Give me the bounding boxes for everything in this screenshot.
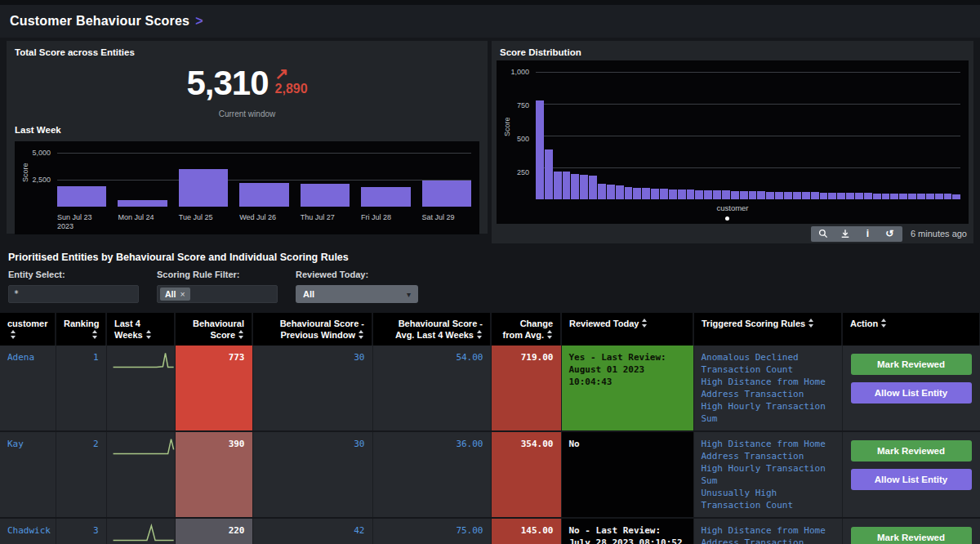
y-tick: 750	[497, 101, 529, 109]
bar	[239, 183, 288, 207]
bar	[179, 169, 228, 207]
magnifier-icon[interactable]	[818, 229, 829, 239]
section-title: Prioritised Entities by Behavioural Scor…	[0, 243, 980, 265]
column-header-change-from-avg[interactable]: Change from Avg.	[491, 313, 561, 346]
bar	[731, 191, 739, 199]
bar	[571, 174, 579, 199]
customer-link[interactable]: Kay	[0, 431, 56, 518]
x-tick: Fri Jul 28	[361, 213, 410, 231]
sort-icon	[92, 330, 98, 339]
scoring-rule-filter-input[interactable]: All ×	[157, 285, 278, 303]
ranking-cell: 2	[56, 431, 106, 518]
rule-link[interactable]: High Distance from Home Address Transact…	[702, 438, 835, 462]
change-from-avg-cell: 145.00	[491, 518, 561, 544]
triggered-rules-cell: Anomalous Declined Transaction Count Hig…	[693, 346, 842, 431]
column-header-ranking[interactable]: Ranking	[56, 313, 106, 346]
table-row: Adena 1 773 30 54.00 719.00 Yes - Last R…	[0, 346, 980, 431]
download-icon[interactable]	[840, 229, 851, 239]
sparkline	[112, 437, 176, 457]
reviewed-today-select[interactable]: All ▾	[296, 285, 418, 303]
bar	[704, 190, 712, 199]
bar	[563, 172, 571, 199]
rule-link[interactable]: Unusually High Transaction Count	[702, 487, 835, 511]
info-icon[interactable]: i	[862, 229, 873, 239]
bar	[695, 190, 703, 199]
mark-reviewed-button[interactable]: Mark Reviewed	[851, 440, 972, 462]
allow-list-entity-button[interactable]: Allow List Entity	[851, 382, 972, 404]
behavioural-score-cell: 773	[175, 346, 252, 431]
bar	[890, 194, 898, 199]
panel-score-distribution: Score Distribution Score 1,000 750 500 2…	[492, 41, 973, 243]
bar	[669, 190, 677, 199]
sort-icon	[146, 330, 152, 339]
y-tick: 2,500	[18, 176, 51, 184]
y-tick: 500	[497, 135, 529, 143]
bar	[802, 192, 810, 199]
previous-window-cell: 42	[252, 518, 372, 544]
column-header-customer[interactable]: customer	[0, 313, 56, 346]
customer-link[interactable]: Adena	[0, 346, 56, 431]
panel-title-score-distribution: Score Distribution	[492, 41, 973, 60]
bar	[598, 184, 606, 199]
rule-link[interactable]: High Hourly Transaction Sum	[702, 462, 835, 487]
bar	[633, 188, 641, 199]
bar	[545, 149, 553, 199]
bar	[926, 194, 934, 199]
column-header-avg-last4weeks[interactable]: Behavioural Score - Avg. Last 4 Weeks	[372, 313, 491, 346]
entity-select-value: *	[14, 289, 19, 298]
remove-chip-icon[interactable]: ×	[180, 289, 185, 299]
select-value: All	[303, 289, 314, 299]
panel-title-last-week: Last Week	[7, 118, 488, 138]
y-tick: 1,000	[497, 68, 529, 76]
chevron-right-icon[interactable]: >	[195, 14, 203, 29]
allow-list-entity-button[interactable]: Allow List Entity	[851, 469, 972, 490]
column-header-previous-window[interactable]: Behavioural Score - Previous Window	[252, 313, 372, 346]
x-axis-label: customer	[716, 203, 748, 212]
column-header-reviewed-today[interactable]: Reviewed Today	[561, 313, 693, 346]
sparkline	[112, 524, 176, 543]
panel-title-total-score: Total Score across Entities	[7, 41, 488, 60]
single-value-caption: Current window	[7, 109, 488, 118]
dashboard-panels: Total Score across Entities 5,310 ↗ 2,89…	[0, 38, 980, 243]
column-header-behavioural-score[interactable]: Behavioural Score	[175, 313, 252, 346]
filter-chip[interactable]: All ×	[160, 288, 190, 301]
column-header-triggered-rules[interactable]: Triggered Scoring Rules	[693, 313, 842, 346]
mark-reviewed-button[interactable]: Mark Reviewed	[851, 354, 972, 375]
change-from-avg-cell: 354.00	[491, 431, 561, 518]
bar	[917, 194, 925, 199]
rule-link[interactable]: Anomalous Declined Transaction Count	[702, 351, 835, 376]
mark-reviewed-button[interactable]: Mark Reviewed	[851, 527, 972, 544]
table-header-row: customer Ranking Last 4 Weeks Behavioura…	[0, 313, 980, 346]
bar	[422, 181, 471, 207]
filter-bar: Entity Select: * Scoring Rule Filter: Al…	[0, 265, 980, 311]
bar	[766, 192, 774, 199]
column-header-last4weeks[interactable]: Last 4 Weeks	[106, 313, 175, 346]
avg-last4weeks-cell: 54.00	[372, 346, 491, 431]
filter-label: Scoring Rule Filter:	[157, 270, 278, 279]
entity-select-input[interactable]: *	[8, 285, 139, 303]
pagination-dot[interactable]	[725, 216, 729, 221]
reviewed-today-cell: Yes - Last Review: August 01 2023 10:04:…	[561, 346, 693, 431]
rule-link[interactable]: High Distance from Home Address Transact…	[702, 376, 835, 400]
x-tick: Mon Jul 24	[118, 213, 167, 231]
bar	[589, 176, 597, 199]
single-value-viz: 5,310 ↗ 2,890	[7, 65, 488, 108]
bar	[740, 191, 748, 199]
trend-up-icon: ↗	[275, 65, 289, 82]
rule-link[interactable]: High Distance from Home Address Transact…	[702, 524, 835, 544]
sort-icon	[881, 319, 887, 328]
bar	[625, 187, 633, 199]
column-header-action[interactable]: Action	[842, 313, 980, 346]
y-axis-label: Score	[503, 117, 511, 136]
customer-link[interactable]: Chadwick	[0, 518, 56, 544]
rule-link[interactable]: High Hourly Transaction Sum	[702, 400, 835, 425]
sparkline-cell	[106, 431, 175, 518]
bar	[882, 194, 890, 199]
bar	[607, 185, 615, 199]
bar	[944, 194, 952, 199]
bar	[837, 193, 845, 199]
sparkline-cell	[106, 346, 175, 431]
refresh-icon[interactable]: ↺	[884, 229, 895, 239]
sort-icon	[11, 330, 16, 339]
sort-icon	[359, 330, 364, 339]
